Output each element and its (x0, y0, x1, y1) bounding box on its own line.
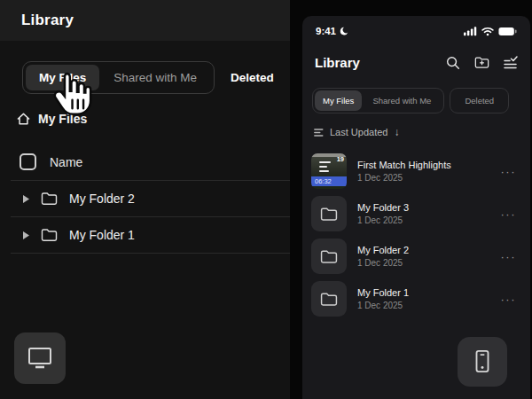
item-date: 1 Dec 2025 (357, 258, 496, 268)
wifi-icon (481, 27, 494, 36)
list-item-folder-2[interactable]: My Folder 2 1 Dec 2025 ··· (311, 238, 521, 275)
sort-filter-icon[interactable] (504, 56, 518, 69)
home-icon (16, 112, 31, 126)
moon-icon (339, 27, 348, 36)
folder-tile (311, 239, 347, 274)
desktop-tab-group: My Files Shared with Me (22, 61, 215, 94)
mobile-header: Library (315, 55, 518, 70)
breadcrumb-label: My Files (38, 112, 87, 126)
sort-control[interactable]: Last Updated ↓ (314, 126, 399, 138)
desktop-library-panel: Library My Files Shared with Me Deleted … (0, 0, 290, 399)
mobile-tab-shared-with-me[interactable]: Shared with Me (362, 90, 442, 111)
mobile-tab-group: My Files Shared with Me (312, 88, 444, 113)
add-folder-icon[interactable] (474, 56, 489, 69)
item-title: My Folder 3 (357, 202, 496, 213)
item-date: 1 Dec 2025 (357, 215, 496, 225)
mobile-page-title: Library (315, 55, 360, 70)
item-menu-button[interactable]: ··· (496, 161, 522, 182)
sort-label: Last Updated (330, 127, 387, 137)
video-duration-bar: 06:32 (311, 176, 347, 186)
status-time: 9:41 (316, 26, 336, 36)
select-all-checkbox[interactable] (20, 153, 36, 170)
desktop-tab-shared-with-me[interactable]: Shared with Me (99, 65, 211, 90)
item-date: 1 Dec 2025 (357, 173, 496, 183)
sort-direction-arrow-icon[interactable]: ↓ (394, 126, 399, 138)
monitor-icon (26, 346, 54, 371)
item-title: First Match Highlights (357, 160, 496, 170)
table-row-my-folder-2[interactable]: My Folder 2 (0, 181, 290, 216)
mobile-device-toggle-button[interactable] (458, 337, 507, 387)
name-column-header[interactable]: Name (50, 155, 82, 169)
row-label: My Folder 2 (69, 192, 135, 206)
table-row-my-folder-1[interactable]: My Folder 1 (0, 217, 290, 253)
expand-caret-icon[interactable] (23, 195, 29, 203)
mobile-library-panel: 9:41 (302, 16, 530, 399)
list-item-video[interactable]: 19 06:32 First Match Highlights 1 Dec 20… (311, 153, 521, 190)
search-icon[interactable] (446, 56, 460, 70)
screenshot-root: Library My Files Shared with Me Deleted … (0, 0, 532, 399)
thumbnail-badge: 19 (337, 155, 344, 163)
thumbnail-overlay-lines (319, 161, 331, 175)
desktop-tab-bar: My Files Shared with Me Deleted (22, 61, 274, 94)
item-title: My Folder 1 (357, 287, 496, 298)
battery-icon (498, 27, 517, 36)
video-thumbnail: 19 06:32 (311, 153, 347, 189)
phone-icon (471, 348, 494, 375)
mobile-tab-bar: My Files Shared with Me Deleted (312, 88, 509, 113)
item-date: 1 Dec 2025 (357, 301, 496, 310)
status-bar: 9:41 (302, 23, 530, 39)
desktop-header-bar: Library (0, 0, 290, 41)
desktop-device-toggle-button[interactable] (14, 332, 66, 384)
cellular-signal-icon (464, 27, 477, 36)
folder-icon (320, 249, 338, 264)
table-header-row: Name (20, 153, 82, 170)
mobile-tab-deleted[interactable]: Deleted (450, 88, 509, 113)
item-menu-button[interactable]: ··· (496, 204, 522, 224)
mobile-tab-my-files[interactable]: My Files (315, 90, 362, 111)
video-duration: 06:32 (315, 177, 332, 185)
folder-icon (41, 192, 58, 206)
folder-tile (311, 196, 347, 231)
breadcrumb: My Files (16, 112, 87, 126)
desktop-tab-my-files[interactable]: My Files (26, 65, 99, 90)
sort-lines-icon (314, 129, 324, 137)
list-item-folder-1[interactable]: My Folder 1 1 Dec 2025 ··· (311, 280, 521, 317)
row-label: My Folder 1 (69, 228, 135, 242)
item-menu-button[interactable]: ··· (496, 289, 522, 309)
item-menu-button[interactable]: ··· (496, 246, 522, 267)
divider (11, 253, 290, 254)
expand-caret-icon[interactable] (23, 231, 29, 239)
folder-icon (320, 292, 338, 307)
folder-icon (320, 207, 338, 222)
desktop-page-title: Library (21, 12, 74, 29)
folder-icon (41, 228, 58, 242)
folder-tile (311, 281, 347, 317)
desktop-tab-deleted[interactable]: Deleted (231, 71, 274, 84)
list-item-folder-3[interactable]: My Folder 3 1 Dec 2025 ··· (311, 195, 521, 232)
item-title: My Folder 2 (357, 245, 496, 255)
